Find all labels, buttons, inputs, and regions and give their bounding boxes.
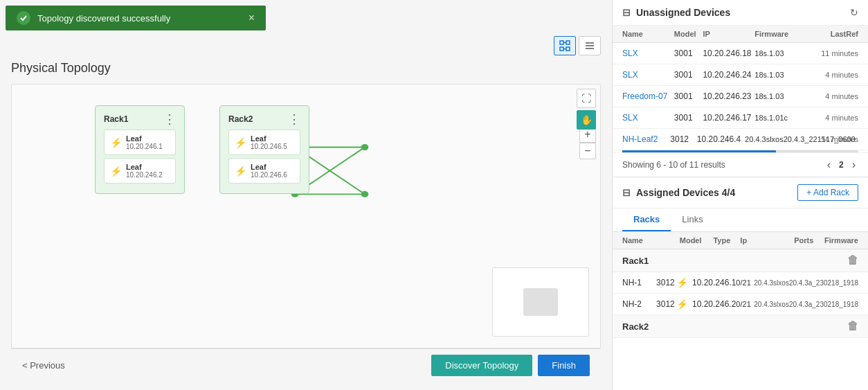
col-header-model: Model xyxy=(674,30,703,38)
assigned-rack-2-group: Rack2 🗑 xyxy=(613,315,868,338)
fullscreen-button[interactable]: ⛶ xyxy=(577,89,596,108)
rack-2-title: Rack2 xyxy=(228,114,253,124)
device-ip-0: 10.20.246.18 xyxy=(703,48,754,58)
rack-2-delete-button[interactable]: 🗑 xyxy=(847,320,858,333)
device-ip-4: 10.20.246.4 xyxy=(697,134,745,144)
acol-header-firmware: Firmware xyxy=(824,236,858,245)
unassigned-collapse-icon[interactable]: ⊟ xyxy=(622,7,631,18)
device-lastref-0: 11 minutes xyxy=(818,49,858,57)
rack-1-container: Rack1 ⋮ ⚡ Leaf 10.20.246.1 ⚡ Leaf 10.20.… xyxy=(95,105,185,194)
rack-1-title: Rack1 xyxy=(104,114,128,124)
unassigned-title: ⊟ Unassigned Devices xyxy=(622,7,730,18)
svg-rect-3 xyxy=(566,47,570,51)
zoom-controls: + − xyxy=(579,126,596,272)
rack2-node-1: ⚡ Leaf 10.20.246.5 xyxy=(228,130,300,155)
assigned-table-header: Name Model Type Ip Ports Firmware xyxy=(613,232,868,249)
device-firmware-1: 18s.1.03 xyxy=(754,71,817,79)
assigned-tabs: Racks Links xyxy=(613,209,868,232)
bottom-bar: < Previous Discover Topology Finish xyxy=(11,348,601,382)
device-model-3: 3001 xyxy=(674,113,703,123)
assigned-rack-1-label: Rack1 xyxy=(622,256,649,266)
col-header-ip: IP xyxy=(703,30,754,38)
svg-rect-0 xyxy=(560,41,563,44)
nh2-ports: 0/21 xyxy=(736,300,754,308)
prev-page-button[interactable]: ‹ xyxy=(824,159,833,171)
rack1-node-2: ⚡ Leaf 10.20.246.2 xyxy=(104,158,176,184)
device-name-1[interactable]: SLX xyxy=(622,70,674,80)
device-ip-1: 10.20.246.24 xyxy=(703,70,754,80)
assigned-title: ⊟ Assigned Devices 4/4 xyxy=(622,187,735,198)
col-header-firmware: Firmware xyxy=(754,30,817,38)
right-panel: ⊟ Unassigned Devices ↻ Name Model IP Fir… xyxy=(612,0,868,390)
device-firmware-0: 18s.1.03 xyxy=(754,49,817,57)
nh1-ports: 0/21 xyxy=(736,278,754,287)
device-ip-3: 10.20.246.17 xyxy=(703,113,754,123)
nh2-name: NH-2 xyxy=(622,299,656,309)
add-rack-button[interactable]: + Add Rack xyxy=(797,184,858,201)
device-name-2[interactable]: Freedom-07 xyxy=(622,91,674,101)
next-page-button[interactable]: › xyxy=(849,159,858,171)
device-lastref-4: 54 minutes xyxy=(821,135,858,143)
tab-racks[interactable]: Racks xyxy=(622,209,671,231)
pagination-showing: Showing 6 - 10 of 11 results xyxy=(622,160,725,170)
previous-button[interactable]: < Previous xyxy=(22,360,65,371)
current-page: 2 xyxy=(839,160,844,170)
col-header-lastref: LastRef xyxy=(818,30,858,38)
rack-2-container: Rack2 ⋮ ⚡ Leaf 10.20.246.5 ⚡ Leaf 10.20.… xyxy=(219,105,309,194)
pagination: Showing 6 - 10 of 11 results ‹ 2 › xyxy=(613,152,868,177)
col-header-name: Name xyxy=(622,30,674,38)
rack1-node-1: ⚡ Leaf 10.20.246.1 xyxy=(104,130,176,155)
rack-2-menu[interactable]: ⋮ xyxy=(288,113,300,125)
unassigned-device-row: NH-Leaf2 3012 10.20.246.4 20.4.3slxos20.… xyxy=(613,129,868,150)
device-lastref-1: 4 minutes xyxy=(818,71,858,79)
zoom-out-button[interactable]: − xyxy=(579,143,596,159)
assigned-rack-2-header: Rack2 🗑 xyxy=(613,315,868,338)
unassigned-header: ⊟ Unassigned Devices ↻ xyxy=(613,0,868,26)
nh1-ip: 10.20.246.1 xyxy=(692,278,736,287)
tab-links[interactable]: Links xyxy=(671,209,714,231)
minimap xyxy=(492,267,589,337)
refresh-button[interactable]: ↻ xyxy=(850,7,858,18)
device-firmware-2: 18s.1.03 xyxy=(754,92,817,100)
assigned-device-nh1: NH-1 3012 ⚡ 10.20.246.1 0/21 20.4.3slxos… xyxy=(613,272,868,294)
device-firmware-3: 18s.1.01c xyxy=(754,114,817,122)
nh2-type-icon: ⚡ xyxy=(676,299,688,310)
success-toast: Topology discovered successfully × xyxy=(6,6,266,30)
device-firmware-4: 20.4.3slxos20.4.3_221117_0600 xyxy=(745,135,821,143)
topology-view-button[interactable] xyxy=(554,36,576,55)
nh1-type-icon: ⚡ xyxy=(676,277,688,288)
acol-header-ports: Ports xyxy=(794,236,824,245)
nh2-ip: 10.20.246.2 xyxy=(692,299,736,309)
device-model-4: 3012 xyxy=(670,134,697,144)
list-view-button[interactable] xyxy=(579,36,601,55)
page-controls: ‹ 2 › xyxy=(824,159,858,171)
discover-topology-button[interactable]: Discover Topology xyxy=(431,355,532,376)
finish-button[interactable]: Finish xyxy=(538,355,590,376)
unassigned-device-row: SLX 3001 10.20.246.17 18s.1.01c 4 minute… xyxy=(613,107,868,129)
rack-1-delete-button[interactable]: 🗑 xyxy=(847,254,858,267)
toast-message: Topology discovered successfully xyxy=(37,13,170,24)
device-name-4[interactable]: NH-Leaf2 xyxy=(622,134,670,144)
device-name-0[interactable]: SLX xyxy=(622,48,674,58)
leaf-icon-2: ⚡ xyxy=(110,166,122,177)
minimap-placeholder xyxy=(523,288,558,316)
hand-tool-button[interactable]: ✋ xyxy=(577,110,596,130)
topology-canvas: ⛶ ✋ + − xyxy=(11,84,601,348)
svg-point-16 xyxy=(361,191,369,197)
assigned-header: ⊟ Assigned Devices 4/4 + Add Rack xyxy=(613,177,868,209)
toast-close-button[interactable]: × xyxy=(248,12,255,24)
assigned-racks-list: Rack1 🗑 NH-1 3012 ⚡ 10.20.246.1 0/21 20.… xyxy=(613,249,868,338)
unassigned-device-row: SLX 3001 10.20.246.18 18s.1.03 11 minute… xyxy=(613,43,868,64)
unassigned-devices-list: SLX 3001 10.20.246.18 18s.1.03 11 minute… xyxy=(613,43,868,150)
rack2-node-2: ⚡ Leaf 10.20.246.6 xyxy=(228,158,300,184)
unassigned-device-row: Freedom-07 3001 10.20.246.23 18s.1.03 4 … xyxy=(613,86,868,107)
device-name-3[interactable]: SLX xyxy=(622,113,674,123)
device-lastref-2: 4 minutes xyxy=(818,92,858,100)
assigned-collapse-icon[interactable]: ⊟ xyxy=(622,187,631,198)
assigned-rack-1-header: Rack1 🗑 xyxy=(613,249,868,272)
leaf-icon-4: ⚡ xyxy=(235,166,246,177)
rack-1-menu[interactable]: ⋮ xyxy=(163,113,176,125)
svg-point-15 xyxy=(361,144,369,150)
assigned-device-nh2: NH-2 3012 ⚡ 10.20.246.2 0/21 20.4.3slxos… xyxy=(613,294,868,315)
svg-rect-1 xyxy=(566,41,570,44)
